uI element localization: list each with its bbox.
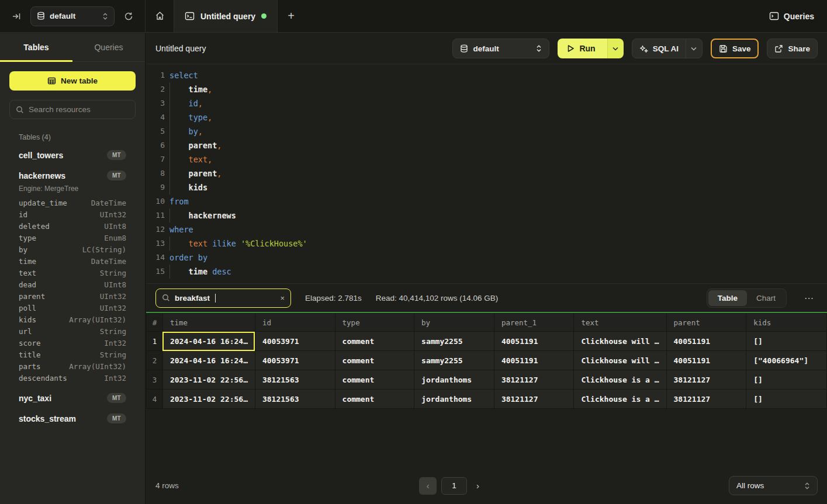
column-header[interactable]: text	[574, 314, 666, 332]
table-cell[interactable]: sammy2255	[414, 351, 494, 370]
sidebar-tab-queries[interactable]: Queries	[72, 33, 145, 61]
table-cell[interactable]: comment	[335, 370, 414, 390]
editor-line[interactable]: 13 text ilike '%ClickHouse%'	[146, 237, 827, 251]
table-cell[interactable]: 38121127	[494, 390, 574, 409]
editor-line[interactable]: 12where	[146, 223, 827, 237]
editor-line[interactable]: 10from	[146, 194, 827, 208]
table-cell[interactable]: []	[746, 332, 827, 351]
database-selector-header[interactable]: default	[452, 39, 549, 58]
editor-line[interactable]: 6 parent,	[146, 138, 827, 152]
table-cell[interactable]: Clickhouse is a …	[574, 390, 666, 409]
column-type: Array(UInt32)	[69, 361, 126, 373]
table-cell[interactable]: 40051191	[494, 332, 574, 351]
home-button[interactable]	[146, 0, 174, 32]
column-header[interactable]: kids	[746, 314, 827, 332]
line-number: 7	[146, 152, 165, 166]
editor-line[interactable]: 15 time desc	[146, 265, 827, 279]
more-options-button[interactable]: ⋯	[801, 290, 818, 306]
table-cell[interactable]: comment	[335, 390, 414, 409]
table-cell[interactable]: 2023-11-02 22:56…	[162, 390, 255, 409]
table-cell[interactable]: ["40066964"]	[746, 351, 827, 370]
sidebar-search[interactable]	[9, 100, 136, 119]
editor-line[interactable]: 1select	[146, 68, 827, 82]
editor-line[interactable]: 11 hackernews	[146, 208, 827, 223]
table-cell[interactable]: 38121563	[255, 370, 335, 390]
search-resources-input[interactable]	[29, 105, 129, 114]
table-cell[interactable]: 40053971	[255, 351, 335, 370]
table-cell[interactable]: 2023-11-02 22:56…	[162, 370, 255, 390]
table-cell[interactable]: sammy2255	[414, 332, 494, 351]
view-table-tab[interactable]: Table	[708, 290, 747, 306]
editor-line[interactable]: 7 text,	[146, 152, 827, 166]
line-code: where	[169, 223, 193, 237]
hackernews-columns: update_timeDateTimeidUInt32deletedUInt8t…	[19, 197, 126, 384]
editor-line[interactable]: 5 by,	[146, 124, 827, 138]
editor-line[interactable]: 2 time,	[146, 82, 827, 96]
table-cell[interactable]: comment	[335, 332, 414, 351]
column-header[interactable]: #	[147, 314, 163, 332]
previous-page-button[interactable]: ‹	[419, 477, 437, 495]
table-cell[interactable]: 38121127	[666, 370, 746, 390]
column-type: UInt32	[100, 291, 126, 303]
table-cell[interactable]: Clickhouse will …	[574, 332, 666, 351]
column-name: poll	[19, 303, 36, 314]
table-cell[interactable]: 2024-04-16 16:24…	[162, 332, 255, 351]
table-cell[interactable]: []	[746, 370, 827, 390]
refresh-button[interactable]	[120, 8, 137, 25]
sidebar-tab-tables[interactable]: Tables	[0, 33, 72, 61]
editor-line[interactable]: 14order by	[146, 251, 827, 265]
share-button[interactable]: Share	[767, 39, 818, 58]
table-cell[interactable]: 38121127	[666, 390, 746, 409]
table-cell[interactable]: comment	[335, 351, 414, 370]
sql-ai-options-button[interactable]	[686, 39, 702, 58]
column-header[interactable]: type	[335, 314, 414, 332]
table-cell[interactable]: 40051191	[666, 351, 746, 370]
collapse-sidebar-icon	[12, 12, 21, 21]
queries-button[interactable]: Queries	[769, 12, 814, 21]
table-cell[interactable]: []	[746, 390, 827, 409]
editor-line[interactable]: 8 parent,	[146, 166, 827, 180]
column-type: Enum8	[104, 232, 126, 244]
table-item-hackernews[interactable]: hackernews MT	[19, 165, 126, 186]
table-cell[interactable]: jordanthoms	[414, 390, 494, 409]
collapse-sidebar-button[interactable]	[8, 8, 25, 25]
column-row: update_timeDateTime	[19, 197, 126, 209]
table-cell[interactable]: 38121563	[255, 390, 335, 409]
database-selector-topbar[interactable]: default	[30, 6, 115, 26]
table-cell[interactable]: jordanthoms	[414, 370, 494, 390]
table-cell[interactable]: 40051191	[666, 332, 746, 351]
results-filter-input[interactable]: breakfast ×	[155, 289, 291, 308]
editor-line[interactable]: 9 kids	[146, 180, 827, 194]
sql-ai-button[interactable]: SQL AI	[632, 39, 703, 58]
column-type: DateTime	[91, 197, 126, 209]
page-number-input[interactable]: 1	[441, 477, 467, 495]
next-page-button[interactable]: ›	[472, 478, 484, 493]
new-table-button[interactable]: New table	[9, 71, 136, 91]
tab-untitled-query[interactable]: Untitled query	[174, 0, 278, 32]
line-number: 14	[146, 251, 165, 265]
table-item-stocks-stream[interactable]: stocks_stream MT	[19, 408, 126, 429]
table-cell[interactable]: Clickhouse will …	[574, 351, 666, 370]
column-header[interactable]: time	[162, 314, 255, 332]
run-options-button[interactable]	[607, 39, 624, 58]
table-cell[interactable]: 2024-04-16 16:24…	[162, 351, 255, 370]
table-item-nyc-taxi[interactable]: nyc_taxi MT	[19, 388, 126, 408]
run-button[interactable]: Run	[558, 39, 607, 58]
page-size-selector[interactable]: All rows	[729, 476, 818, 495]
table-cell[interactable]: 40051191	[494, 351, 574, 370]
new-tab-button[interactable]: +	[278, 0, 304, 32]
clear-filter-button[interactable]: ×	[280, 294, 285, 303]
save-button[interactable]: Save	[711, 39, 759, 58]
table-cell[interactable]: Clickhouse is a …	[574, 370, 666, 390]
table-item-cell-towers[interactable]: cell_towers MT	[19, 145, 126, 165]
sql-editor[interactable]: 1select2 time,3 id,4 type,5 by,6 parent,…	[146, 64, 827, 283]
editor-line[interactable]: 4 type,	[146, 110, 827, 124]
column-header[interactable]: parent_1	[494, 314, 574, 332]
column-header[interactable]: parent	[666, 314, 746, 332]
view-chart-tab[interactable]: Chart	[747, 290, 785, 306]
column-header[interactable]: id	[255, 314, 335, 332]
column-header[interactable]: by	[414, 314, 494, 332]
editor-line[interactable]: 3 id,	[146, 96, 827, 110]
table-cell[interactable]: 38121127	[494, 370, 574, 390]
table-cell[interactable]: 40053971	[255, 332, 335, 351]
